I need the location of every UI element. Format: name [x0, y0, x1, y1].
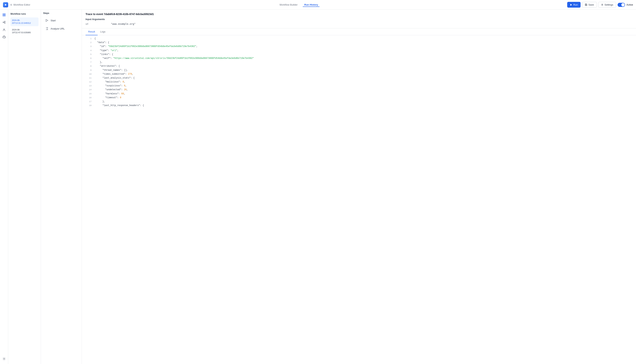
topbar-right: Run Save Settings	[567, 2, 633, 8]
back-button-label: Workflow Editor	[13, 3, 30, 6]
line-number: 15	[86, 92, 92, 96]
line-content: {	[94, 37, 96, 40]
topbar-center: Workflow Builder Run History	[33, 2, 565, 7]
back-button[interactable]: Workflow Editor	[10, 3, 30, 6]
step-start[interactable]: Start	[43, 17, 79, 24]
line-content: "times_submitted": 279,	[94, 72, 133, 76]
save-icon	[585, 4, 587, 6]
sidebar-icon-github[interactable]	[1, 34, 7, 40]
tab-result[interactable]: Result	[86, 28, 98, 35]
run-item-1[interactable]: 2024-08-20T13:31:22.649312	[11, 18, 39, 26]
line-content: "timeout": 0	[94, 96, 121, 100]
code-line: 2 "data": {	[82, 41, 636, 44]
line-content: "links": {	[94, 53, 113, 56]
svg-line-13	[4, 22, 5, 23]
line-number: 18	[86, 104, 92, 107]
sidebar-icon-integration[interactable]	[1, 19, 7, 25]
line-number: 1	[86, 37, 92, 40]
save-button[interactable]: Save	[582, 2, 597, 8]
runs-panel-title: Workflow runs	[11, 13, 39, 15]
line-content: "threat_names": [],	[94, 68, 128, 72]
svg-point-15	[4, 358, 5, 359]
active-label: Active	[626, 3, 633, 6]
app-logo	[3, 2, 8, 8]
line-number: 5	[86, 53, 92, 56]
svg-point-11	[4, 23, 5, 24]
sidebar-icon-grid[interactable]	[1, 12, 7, 18]
svg-rect-2	[586, 5, 586, 6]
line-number: 11	[86, 76, 92, 80]
code-line: 3 "id": "59d23bf24d89f1b1f892e306b0a9687…	[82, 44, 636, 48]
code-line: 15 "harmless": 68,	[82, 92, 636, 96]
line-number: 16	[86, 96, 92, 100]
svg-line-12	[4, 22, 5, 22]
step-start-icon	[45, 18, 49, 23]
code-line: 8 "attributes": {	[82, 64, 636, 68]
detail-title: Trace to event 7dab6fc8-8239-410b-8747-6…	[86, 13, 632, 16]
line-number: 14	[86, 88, 92, 92]
run-item-2[interactable]: 2024-08-19T22:47:53.635885	[11, 27, 39, 36]
line-content: "data": {	[94, 41, 109, 44]
active-toggle[interactable]	[617, 3, 625, 7]
sidebar-icon-settings[interactable]	[1, 356, 7, 362]
svg-rect-5	[3, 14, 4, 15]
line-number: 9	[86, 68, 92, 72]
main-content: Workflow runs 2024-08-20T13:31:22.649312…	[0, 10, 636, 364]
svg-point-14	[4, 29, 5, 30]
line-content: },	[94, 60, 102, 64]
input-args-row: url "www.example.org"	[86, 22, 632, 25]
svg-point-10	[4, 21, 5, 22]
line-content: "malicious": 0,	[94, 80, 125, 84]
svg-marker-1	[570, 4, 572, 6]
line-number: 2	[86, 41, 92, 44]
line-content: "last_http_response_headers": {	[94, 104, 144, 107]
line-number: 4	[86, 49, 92, 52]
svg-rect-8	[4, 15, 6, 16]
line-content: "self": "https://www.virustotal.com/api/…	[94, 57, 254, 60]
steps-panel: Steps Start Analyze URL	[41, 10, 82, 364]
svg-rect-3	[586, 4, 586, 4]
line-number: 12	[86, 80, 92, 84]
line-content: "harmless": 68,	[94, 92, 125, 96]
code-line: 6 "self": "https://www.virustotal.com/ap…	[82, 56, 636, 60]
code-line: 10 "times_submitted": 279,	[82, 72, 636, 76]
tab-logs[interactable]: Logs	[98, 28, 108, 35]
runs-panel: Workflow runs 2024-08-20T13:31:22.649312…	[8, 10, 41, 364]
code-line: 9 "threat_names": [],	[82, 68, 636, 72]
nav-run-history[interactable]: Run History	[303, 2, 319, 7]
icon-sidebar	[0, 10, 8, 364]
svg-point-9	[3, 22, 4, 23]
svg-rect-7	[3, 15, 4, 16]
line-number: 8	[86, 64, 92, 68]
steps-panel-title: Steps	[43, 12, 79, 14]
code-line: 14 "undetected": 26,	[82, 88, 636, 92]
run-button[interactable]: Run	[567, 2, 581, 8]
code-line: 1{	[82, 37, 636, 41]
line-content: "last_analysis_stats": {	[94, 76, 135, 80]
svg-point-0	[5, 4, 6, 5]
result-area[interactable]: 1{2 "data": {3 "id": "59d23bf24d89f1b1f8…	[82, 35, 636, 364]
detail-panel: Trace to event 7dab6fc8-8239-410b-8747-6…	[82, 10, 636, 364]
nav-workflow-builder[interactable]: Workflow Builder	[278, 2, 299, 7]
svg-point-4	[602, 4, 602, 5]
svg-marker-16	[46, 19, 48, 22]
app-container: Workflow Editor Workflow Builder Run His…	[0, 0, 636, 364]
line-content: "undetected": 26,	[94, 88, 128, 92]
line-number: 6	[86, 57, 92, 60]
settings-button[interactable]: Settings	[598, 2, 616, 8]
topbar: Workflow Editor Workflow Builder Run His…	[0, 0, 636, 10]
topbar-left: Workflow Editor	[3, 2, 30, 8]
line-content: "type": "url",	[94, 49, 119, 52]
tabs-bar: Result Logs	[82, 28, 636, 35]
step-analyze-url[interactable]: Analyze URL	[43, 25, 79, 32]
input-args-key: url	[86, 22, 108, 25]
code-line: 12 "malicious": 0,	[82, 80, 636, 84]
code-line: 13 "suspicious": 0,	[82, 84, 636, 88]
sidebar-icon-agents[interactable]	[1, 27, 7, 33]
code-line: 17 },	[82, 100, 636, 104]
active-toggle-wrapper: Active	[617, 3, 633, 7]
line-number: 3	[86, 45, 92, 48]
line-number: 10	[86, 72, 92, 76]
line-content: },	[94, 100, 105, 104]
line-content: "suspicious": 0,	[94, 84, 127, 88]
